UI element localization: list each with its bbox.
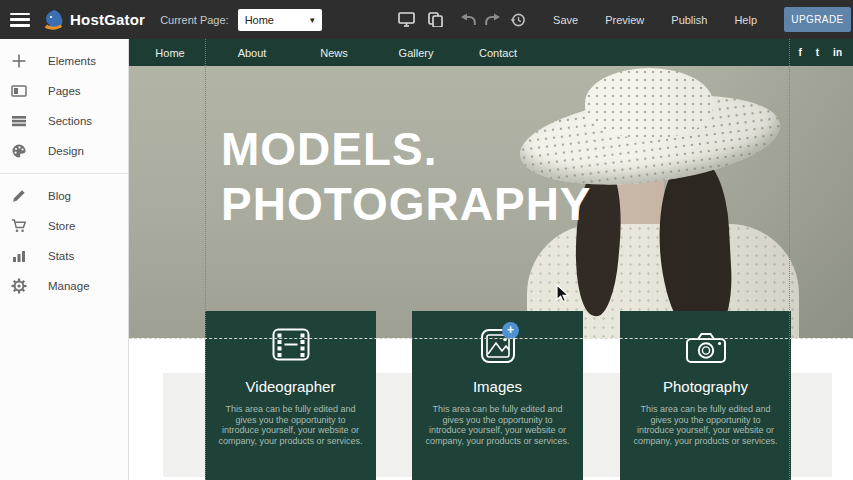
site-nav-news[interactable]: News: [293, 47, 375, 59]
pencil-icon: [11, 188, 27, 204]
sidebar-item-label: Stats: [48, 250, 74, 262]
help-button[interactable]: Help: [734, 14, 757, 26]
site-navbar: Home About News Gallery Contact f t in: [129, 39, 853, 66]
feature-card-photography[interactable]: Photography This area can be fully edite…: [620, 311, 791, 480]
undo-icon[interactable]: [460, 13, 476, 26]
content-guide-line-left: [205, 39, 206, 480]
site-nav-contact[interactable]: Contact: [457, 47, 539, 59]
hero-title[interactable]: MODELS. PHOTOGRAPHY: [221, 122, 592, 232]
feature-card-videographer[interactable]: Videographer This area can be fully edit…: [205, 311, 376, 480]
hero-title-line1: MODELS.: [221, 122, 592, 177]
chevron-down-icon: ▾: [310, 15, 315, 25]
hamburger-menu-icon[interactable]: [10, 13, 30, 27]
card-body: This area can be fully edited and gives …: [205, 404, 376, 446]
hostgator-logo: HostGator: [43, 9, 145, 31]
save-button[interactable]: Save: [553, 14, 578, 26]
content-guide-line-right: [789, 39, 790, 480]
upgrade-button[interactable]: UPGRADE: [784, 7, 851, 32]
linkedin-icon[interactable]: in: [833, 47, 842, 58]
sidebar-item-label: Elements: [48, 55, 96, 67]
camera-icon: [620, 328, 791, 366]
hero-title-line2: PHOTOGRAPHY: [221, 177, 592, 232]
desktop-view-icon[interactable]: [398, 12, 415, 27]
sidebar-item-store[interactable]: Store: [0, 211, 128, 241]
current-page-label: Current Page:: [160, 14, 228, 26]
editor-topbar: HostGator Current Page: Home ▾: [0, 0, 853, 39]
sidebar-item-label: Sections: [48, 115, 92, 127]
hero-photo-hat: [585, 68, 713, 138]
sidebar-item-pages[interactable]: Pages: [0, 76, 128, 106]
film-icon: [205, 328, 376, 366]
mobile-view-icon[interactable]: [428, 12, 443, 27]
facebook-icon[interactable]: f: [798, 47, 801, 58]
sidebar-item-sections[interactable]: Sections: [0, 106, 128, 136]
page-icon: [11, 83, 27, 99]
sidebar-item-label: Design: [48, 145, 84, 157]
sidebar-item-label: Blog: [48, 190, 71, 202]
sidebar-item-design[interactable]: Design: [0, 136, 128, 166]
hero-section[interactable]: MODELS. PHOTOGRAPHY: [129, 66, 853, 338]
mouse-cursor: [556, 284, 570, 308]
site-nav-gallery[interactable]: Gallery: [375, 47, 457, 59]
preview-button[interactable]: Preview: [605, 14, 644, 26]
site-preview-canvas: Home About News Gallery Contact f t in M…: [129, 39, 853, 480]
gear-icon: [11, 278, 27, 294]
feature-card-images[interactable]: + Images This area can be fully edited a…: [412, 311, 583, 480]
sidebar-item-stats[interactable]: Stats: [0, 241, 128, 271]
card-body: This area can be fully edited and gives …: [412, 404, 583, 446]
image-icon: +: [412, 328, 583, 366]
sidebar-divider: [0, 173, 128, 174]
gator-icon: [43, 9, 65, 31]
sidebar-item-blog[interactable]: Blog: [0, 181, 128, 211]
sidebar-item-label: Store: [48, 220, 76, 232]
section-boundary-guide: [129, 338, 853, 339]
twitter-icon[interactable]: t: [816, 47, 819, 58]
palette-icon: [11, 143, 27, 159]
current-page-dropdown[interactable]: Home ▾: [238, 9, 322, 31]
card-title: Images: [412, 378, 583, 395]
card-body: This area can be fully edited and gives …: [620, 404, 791, 446]
current-page-value: Home: [245, 14, 274, 26]
add-image-badge[interactable]: +: [502, 322, 519, 339]
sections-icon: [11, 113, 27, 129]
cart-icon: [11, 218, 27, 234]
sidebar-item-elements[interactable]: Elements: [0, 46, 128, 76]
sidebar-item-manage[interactable]: Manage: [0, 271, 128, 301]
editor-sidebar: Elements Pages Sections: [0, 39, 129, 480]
card-title: Photography: [620, 378, 791, 395]
stats-icon: [11, 248, 27, 264]
history-icon[interactable]: [510, 12, 526, 28]
hero-photo-model: [612, 154, 664, 232]
sidebar-item-label: Pages: [48, 85, 81, 97]
site-nav-about[interactable]: About: [211, 47, 293, 59]
site-nav-home[interactable]: Home: [129, 47, 211, 59]
publish-button[interactable]: Publish: [671, 14, 707, 26]
sidebar-item-label: Manage: [48, 280, 90, 292]
plus-icon: [11, 53, 27, 69]
brand-name: HostGator: [70, 11, 145, 28]
social-links: f t in: [798, 47, 842, 58]
card-title: Videographer: [205, 378, 376, 395]
redo-icon[interactable]: [485, 13, 501, 26]
